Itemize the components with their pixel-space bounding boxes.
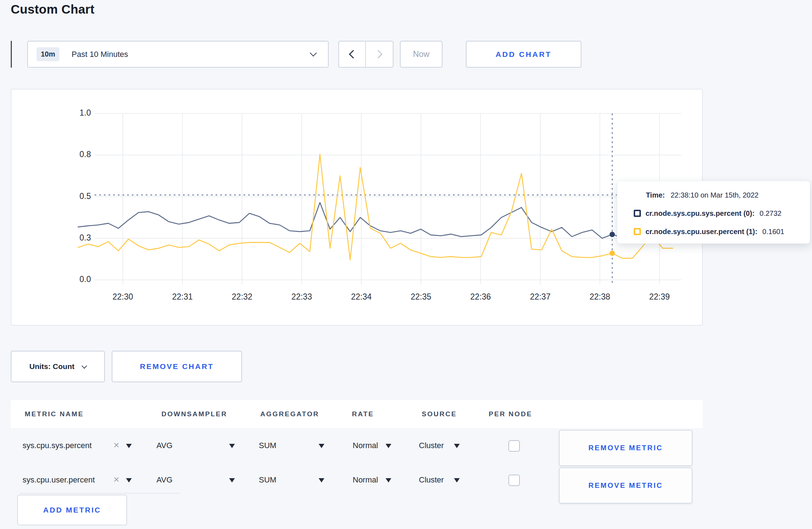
- units-label: Units: Count: [29, 362, 74, 371]
- tooltip-time-label: Time:: [646, 191, 665, 199]
- page-title: Custom Chart: [11, 2, 95, 16]
- x-axis-tick-label: 22:34: [336, 292, 386, 302]
- chevron-down-icon: [82, 363, 87, 369]
- metric-select-underline: [20, 493, 180, 494]
- series-user-swatch-icon: [634, 228, 641, 235]
- column-header-source: SOURCE: [422, 410, 457, 418]
- aggregator-select[interactable]: SUM: [259, 441, 276, 450]
- y-axis-tick-label: 0.3: [34, 233, 91, 243]
- toolbar-divider: [11, 41, 12, 68]
- source-caret-icon[interactable]: [454, 444, 460, 448]
- aggregator-caret-icon[interactable]: [319, 478, 324, 482]
- x-axis-tick-label: 22:36: [455, 292, 506, 302]
- remove-metric-label: REMOVE METRIC: [589, 481, 663, 490]
- metrics-table-header: METRIC NAME DOWNSAMPLER AGGREGATOR RATE …: [11, 400, 703, 428]
- remove-metric-button[interactable]: REMOVE METRIC: [559, 467, 692, 504]
- remove-chart-button[interactable]: REMOVE CHART: [112, 351, 242, 382]
- time-window-label: Past 10 Minutes: [72, 50, 311, 59]
- add-metric-button[interactable]: ADD METRIC: [17, 495, 127, 525]
- y-axis-tick-label: 0.8: [34, 150, 91, 159]
- remove-metric-button[interactable]: REMOVE METRIC: [559, 430, 692, 466]
- series-line-cr.node.sys.cpu.sys.percent: [78, 203, 673, 238]
- now-button-label: Now: [413, 49, 429, 59]
- downsampler-caret-icon[interactable]: [229, 478, 235, 482]
- hover-dot-cr.node.sys.cpu.user.percent: [609, 251, 615, 256]
- aggregator-select[interactable]: SUM: [259, 475, 276, 485]
- tooltip-series-value: 0.2732: [760, 209, 782, 218]
- chart-card: 0.00.30.50.81.022:3022:3122:3222:3322:34…: [11, 89, 703, 326]
- tooltip-series-row: cr.node.sys.cpu.sys.percent (0): 0.2732: [634, 208, 799, 218]
- series-line-cr.node.sys.cpu.user.percent: [78, 154, 673, 260]
- x-axis-tick-label: 22:37: [515, 292, 565, 302]
- y-axis-tick-label: 0.5: [34, 191, 91, 201]
- column-header-rate: RATE: [352, 410, 374, 418]
- aggregator-caret-icon[interactable]: [319, 444, 324, 448]
- rate-select[interactable]: Normal: [353, 475, 378, 485]
- clear-metric-icon[interactable]: ×: [113, 440, 119, 450]
- metric-name-caret-icon[interactable]: [126, 444, 132, 448]
- add-chart-label: ADD CHART: [496, 50, 551, 59]
- clear-metric-icon[interactable]: ×: [113, 475, 119, 485]
- prev-range-button[interactable]: [339, 42, 366, 67]
- metric-name-select[interactable]: sys.cpu.sys.percent: [23, 441, 92, 450]
- chevron-down-icon: [310, 49, 317, 57]
- chart-hover-tooltip: Time: 22:38:10 on Mar 15th, 2022 cr.node…: [617, 181, 810, 244]
- x-axis-tick-label: 22:35: [396, 292, 446, 302]
- column-header-downsampler: DOWNSAMPLER: [161, 410, 227, 418]
- tooltip-series-row: cr.node.sys.cpu.user.percent (1): 0.1601: [634, 227, 799, 237]
- x-axis-tick-label: 22:33: [277, 292, 327, 302]
- column-header-metric-name: METRIC NAME: [25, 410, 84, 418]
- add-metric-label: ADD METRIC: [43, 506, 101, 514]
- tooltip-time-row: Time: 22:38:10 on Mar 15th, 2022: [634, 190, 799, 200]
- chevron-right-icon: [374, 50, 382, 58]
- tooltip-time-value: 22:38:10 on Mar 15th, 2022: [671, 191, 759, 199]
- series-sys-swatch-icon: [634, 210, 641, 217]
- per-node-checkbox[interactable]: [508, 475, 520, 486]
- remove-metric-label: REMOVE METRIC: [589, 444, 663, 452]
- downsampler-caret-icon[interactable]: [229, 444, 235, 448]
- rate-select[interactable]: Normal: [353, 441, 378, 450]
- remove-chart-label: REMOVE CHART: [140, 362, 214, 371]
- downsampler-select[interactable]: AVG: [156, 441, 173, 450]
- source-caret-icon[interactable]: [454, 478, 460, 482]
- tooltip-series-name: cr.node.sys.cpu.user.percent (1):: [646, 228, 757, 236]
- time-range-select[interactable]: 10m Past 10 Minutes: [27, 41, 329, 68]
- tooltip-series-name: cr.node.sys.cpu.sys.percent (0):: [646, 209, 755, 218]
- column-header-per-node: PER NODE: [489, 410, 532, 418]
- x-axis-tick-label: 22:30: [98, 292, 148, 302]
- next-range-button[interactable]: [366, 42, 393, 67]
- source-select[interactable]: Cluster: [419, 475, 444, 485]
- x-axis-tick-label: 22:39: [634, 292, 685, 302]
- time-range-nav: [338, 41, 393, 68]
- units-select[interactable]: Units: Count: [11, 351, 105, 382]
- downsampler-select[interactable]: AVG: [156, 475, 173, 485]
- x-axis-tick-label: 22:38: [575, 292, 625, 302]
- add-chart-button[interactable]: ADD CHART: [466, 41, 581, 68]
- y-axis-tick-label: 0.0: [34, 275, 91, 284]
- tooltip-series-value: 0.1601: [762, 228, 784, 236]
- line-chart-plot[interactable]: [11, 89, 702, 325]
- x-axis-tick-label: 22:31: [158, 292, 208, 302]
- y-axis-tick-label: 1.0: [34, 108, 91, 118]
- source-select[interactable]: Cluster: [419, 441, 444, 450]
- now-button[interactable]: Now: [400, 41, 443, 68]
- x-axis-tick-label: 22:32: [217, 292, 267, 302]
- chevron-left-icon: [349, 50, 357, 58]
- rate-caret-icon[interactable]: [386, 478, 391, 482]
- rate-caret-icon[interactable]: [386, 444, 391, 448]
- time-window-badge: 10m: [37, 47, 59, 61]
- metric-name-select[interactable]: sys.cpu.user.percent: [23, 475, 95, 485]
- column-header-aggregator: AGGREGATOR: [260, 410, 319, 418]
- metric-name-caret-icon[interactable]: [126, 478, 132, 482]
- hover-dot-cr.node.sys.cpu.sys.percent: [609, 232, 615, 237]
- per-node-checkbox[interactable]: [508, 440, 520, 452]
